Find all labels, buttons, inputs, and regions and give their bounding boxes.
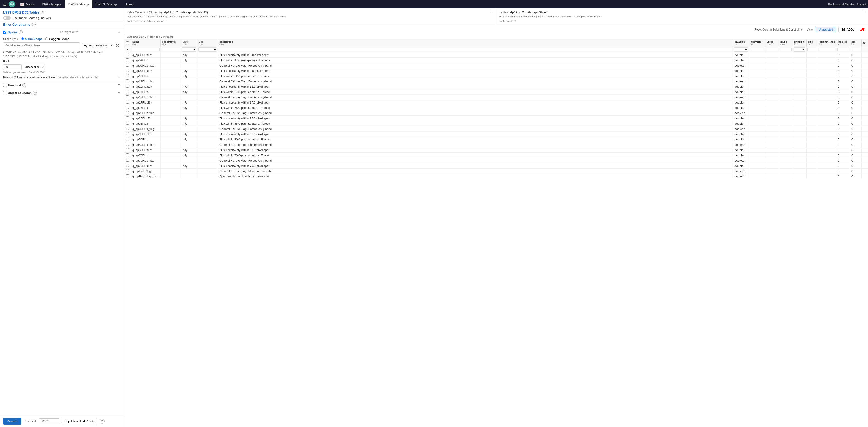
row-checkbox-cell[interactable] — [124, 105, 131, 110]
search-help-icon[interactable]: ? — [99, 419, 104, 424]
row-checkbox[interactable] — [126, 111, 129, 114]
row-checkbox[interactable] — [126, 127, 129, 130]
row-checkbox-cell[interactable] — [124, 147, 131, 153]
row-checkbox-cell[interactable] — [124, 58, 131, 63]
row-checkbox-cell[interactable] — [124, 163, 131, 169]
row-checkbox-cell[interactable] — [124, 110, 131, 116]
filter-ucd-select[interactable] — [198, 47, 217, 52]
schema-select-icon[interactable]: ⌃ — [490, 10, 493, 14]
temporal-collapse-icon[interactable]: ▼ — [118, 84, 120, 87]
temporal-checkbox[interactable] — [3, 84, 6, 87]
hamburger-menu-icon[interactable]: ☰ — [2, 1, 8, 7]
row-constraints[interactable] — [161, 79, 181, 84]
temporal-help-icon[interactable]: ? — [23, 83, 26, 87]
row-limit-input[interactable] — [39, 418, 59, 424]
reset-constraints-link[interactable]: Reset Column Selections & Constraints — [127, 28, 804, 31]
row-checkbox[interactable] — [126, 85, 129, 88]
tab-dp02-images[interactable]: DP0.2 Images — [39, 0, 64, 8]
row-checkbox-cell[interactable] — [124, 132, 131, 137]
polygon-shape-option[interactable]: Polygon Shape — [45, 37, 69, 40]
row-checkbox-cell[interactable] — [124, 79, 131, 84]
tab-dp03-catalogs[interactable]: DP0.3 Catalogs — [93, 0, 121, 8]
row-checkbox[interactable] — [126, 74, 129, 77]
object-id-help-icon[interactable]: ? — [33, 91, 37, 94]
populate-adql-button[interactable]: Populate and edit ADQL — [62, 418, 97, 425]
filter-std-input[interactable] — [851, 48, 861, 51]
resolve-select[interactable]: Try NED then Simbad NED Simbad — [81, 43, 114, 48]
row-checkbox[interactable] — [126, 148, 129, 151]
filter-utype-input[interactable] — [766, 48, 778, 51]
row-checkbox-cell[interactable] — [124, 174, 131, 179]
row-checkbox[interactable] — [126, 169, 129, 172]
row-checkbox[interactable] — [126, 53, 129, 56]
temporal-section-header[interactable]: Temporal ? ▼ — [0, 82, 124, 89]
edit-adql-button[interactable]: Edit ADQL — [838, 27, 857, 32]
row-checkbox[interactable] — [126, 143, 129, 146]
row-checkbox-cell[interactable] — [124, 142, 131, 147]
row-checkbox[interactable] — [126, 153, 129, 156]
position-cols-dropdown-icon[interactable]: ▼ — [118, 76, 120, 79]
row-constraints[interactable] — [161, 58, 181, 63]
filter-arraysize-input[interactable] — [750, 48, 764, 51]
enter-constraints-help-icon[interactable]: ? — [32, 23, 35, 26]
row-checkbox-cell[interactable] — [124, 126, 131, 132]
row-checkbox[interactable] — [126, 80, 129, 82]
row-constraints[interactable] — [161, 132, 181, 137]
filter-column-index-input[interactable] — [819, 48, 835, 51]
row-constraints[interactable] — [161, 116, 181, 121]
filter-indexed-input[interactable] — [837, 48, 849, 51]
lsst-help-icon[interactable]: ? — [41, 10, 44, 14]
row-constraints[interactable] — [161, 63, 181, 68]
row-constraints[interactable] — [161, 169, 181, 174]
row-constraints[interactable] — [161, 105, 181, 110]
object-id-collapse-icon[interactable]: ▼ — [118, 91, 120, 94]
tab-upload[interactable]: Upload — [122, 0, 137, 8]
filter-principal-select[interactable] — [794, 47, 805, 52]
polygon-shape-radio[interactable] — [45, 37, 48, 40]
th-select-all[interactable] — [124, 39, 131, 47]
row-checkbox[interactable] — [126, 174, 129, 177]
spatial-collapse-icon[interactable]: ▲ — [118, 31, 120, 34]
select-all-checkbox[interactable] — [126, 41, 129, 44]
tables-select-icon[interactable]: ⌃ — [862, 10, 865, 14]
spatial-help-icon[interactable]: ? — [19, 30, 23, 34]
row-checkbox-cell[interactable] — [124, 100, 131, 105]
coord-input[interactable] — [3, 42, 80, 49]
row-constraints[interactable] — [161, 174, 181, 179]
logout-link[interactable]: Logout — [857, 2, 866, 6]
resolve-icon[interactable] — [115, 43, 120, 48]
row-checkbox-cell[interactable] — [124, 116, 131, 121]
tab-dp02-catalogs[interactable]: DP0.2 Catalogs — [65, 0, 92, 8]
row-constraints[interactable] — [161, 142, 181, 147]
row-checkbox-cell[interactable] — [124, 84, 131, 89]
row-constraints[interactable] — [161, 137, 181, 142]
filter-unit-select[interactable] — [182, 47, 196, 52]
row-checkbox-cell[interactable] — [124, 169, 131, 174]
row-checkbox-cell[interactable] — [124, 158, 131, 163]
row-checkbox[interactable] — [126, 122, 129, 125]
data-table-wrapper[interactable]: Namechar constraintschar unitchar ucdcha… — [124, 39, 868, 427]
filter-icon[interactable]: ▼ — [126, 48, 129, 51]
filter-name-input[interactable] — [132, 48, 160, 51]
row-checkbox-cell[interactable] — [124, 52, 131, 58]
row-checkbox[interactable] — [126, 90, 129, 93]
filter-xtype-input[interactable] — [780, 48, 792, 51]
row-constraints[interactable] — [161, 147, 181, 153]
filter-datatype-select[interactable] — [734, 47, 748, 52]
radius-input[interactable] — [3, 64, 22, 70]
row-checkbox-cell[interactable] — [124, 63, 131, 68]
row-constraints[interactable] — [161, 126, 181, 132]
row-checkbox-cell[interactable] — [124, 137, 131, 142]
ui-assisted-button[interactable]: UI assisted — [816, 27, 836, 32]
row-checkbox[interactable] — [126, 164, 129, 167]
spatial-checkbox[interactable] — [3, 31, 6, 34]
row-constraints[interactable] — [161, 110, 181, 116]
row-checkbox[interactable] — [126, 132, 129, 135]
cone-shape-option[interactable]: Cone Shape — [21, 37, 42, 40]
row-constraints[interactable] — [161, 158, 181, 163]
row-checkbox[interactable] — [126, 95, 129, 98]
row-constraints[interactable] — [161, 94, 181, 100]
spatial-section-header[interactable]: Spatial ? no target found ▲ — [0, 28, 124, 36]
object-id-checkbox[interactable] — [3, 91, 6, 94]
row-checkbox-cell[interactable] — [124, 94, 131, 100]
